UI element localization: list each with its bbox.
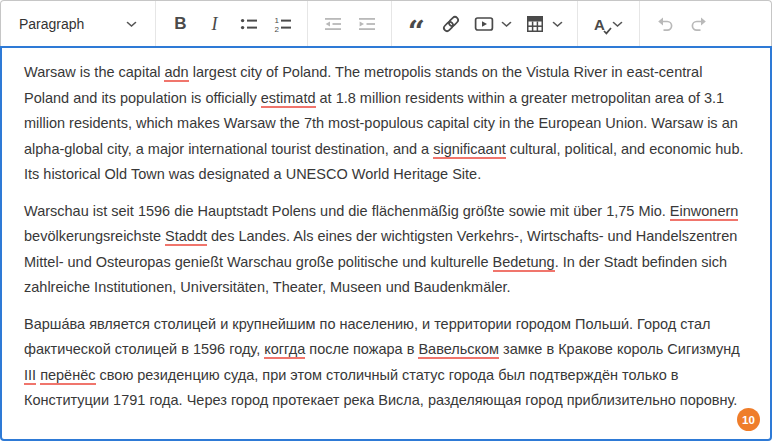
- misspelled-word[interactable]: коггда: [264, 341, 305, 359]
- text-segment: после пожара в: [305, 341, 418, 357]
- numbered-list-button[interactable]: 1 2: [266, 7, 299, 41]
- block-quote-button[interactable]: “: [400, 7, 433, 41]
- check-icon: [603, 27, 612, 35]
- indent-icon: [357, 14, 377, 34]
- paragraph: Варша́ва является столицей и крупнейшим …: [24, 312, 748, 414]
- svg-text:2: 2: [274, 25, 279, 34]
- misspelled-word[interactable]: estimatd: [261, 90, 316, 108]
- misspelled-word[interactable]: Staddt: [165, 228, 207, 246]
- bulleted-list-icon: [239, 14, 259, 34]
- heading-dropdown[interactable]: Paragraph: [10, 7, 147, 41]
- toolbar-separator: [577, 1, 578, 47]
- text-segment: свою резиденцию суда, при этом столичный…: [24, 367, 737, 409]
- undo-button[interactable]: [648, 7, 681, 41]
- misspelled-word[interactable]: significaant: [433, 141, 506, 159]
- chevron-down-icon: [552, 21, 563, 28]
- numbered-list-icon: 1 2: [273, 14, 293, 34]
- link-icon: [441, 14, 461, 34]
- italic-button[interactable]: I: [198, 7, 231, 41]
- outdent-button[interactable]: [316, 7, 349, 41]
- chevron-down-icon: [126, 21, 137, 28]
- redo-button[interactable]: [682, 7, 715, 41]
- editor-content[interactable]: Warsaw is the capital adn largest city o…: [0, 46, 772, 441]
- bold-button[interactable]: B: [164, 7, 197, 41]
- indent-button[interactable]: [350, 7, 383, 41]
- editor-toolbar: Paragraph B I 1 2: [0, 0, 772, 47]
- text-segment: Warsaw is the capital: [24, 64, 164, 80]
- media-embed-button[interactable]: [468, 7, 518, 41]
- text-segment: замке в Кракове король Сигизмунд: [499, 341, 740, 357]
- undo-icon: [655, 14, 675, 34]
- bold-icon: B: [174, 14, 186, 34]
- redo-icon: [689, 14, 709, 34]
- misspelled-word[interactable]: перёнёс: [40, 367, 95, 385]
- insert-table-icon: [525, 14, 545, 34]
- misspelled-word[interactable]: Вавельском: [418, 341, 499, 359]
- toolbar-separator: [307, 1, 308, 47]
- misspelled-word[interactable]: Einwonern: [670, 203, 739, 221]
- toolbar-separator: [639, 1, 640, 47]
- paragraph: Warschau ist seit 1596 die Hauptstadt Po…: [24, 199, 748, 301]
- link-button[interactable]: [434, 7, 467, 41]
- toolbar-separator: [155, 1, 156, 47]
- spell-check-icon: A: [594, 17, 605, 32]
- bulleted-list-button[interactable]: [232, 7, 265, 41]
- misspelled-word[interactable]: III: [24, 367, 36, 385]
- media-embed-icon: [474, 14, 494, 34]
- block-quote-icon: “: [408, 27, 425, 37]
- misspelled-word[interactable]: adn: [164, 64, 188, 82]
- paragraph: Warsaw is the capital adn largest city o…: [24, 60, 748, 188]
- toolbar-separator: [391, 1, 392, 47]
- chevron-down-icon: [501, 21, 512, 28]
- proofreader-badge[interactable]: 10: [737, 408, 760, 431]
- insert-table-button[interactable]: [519, 7, 569, 41]
- text-segment: Warschau ist seit 1596 die Hauptstadt Po…: [24, 203, 670, 219]
- text-segment: bevölkerungsreichste: [24, 228, 165, 244]
- chevron-down-icon: [612, 21, 623, 28]
- heading-dropdown-label: Paragraph: [19, 16, 84, 32]
- italic-icon: I: [212, 14, 218, 35]
- spell-check-button[interactable]: A: [586, 7, 631, 41]
- outdent-icon: [323, 14, 343, 34]
- misspelled-word[interactable]: Bedetung: [493, 254, 555, 272]
- editor-text[interactable]: Warsaw is the capital adn largest city o…: [2, 48, 770, 425]
- rich-text-editor: Paragraph B I 1 2: [0, 0, 772, 441]
